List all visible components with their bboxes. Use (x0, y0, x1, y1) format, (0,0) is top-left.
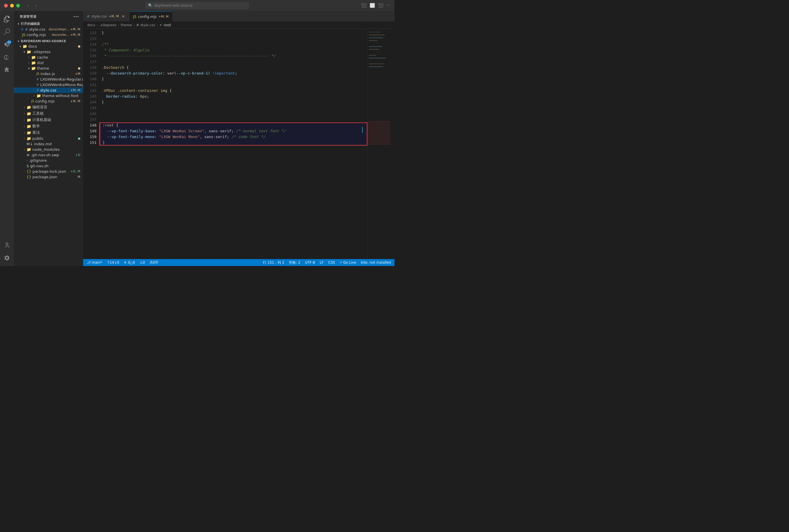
folder-name: 数学 (32, 124, 40, 129)
language-text: CSS (328, 261, 335, 265)
minimize-button[interactable] (10, 4, 14, 7)
folder-docs[interactable]: ▾ 📁 docs (14, 44, 83, 49)
close-icon[interactable]: ✕ (21, 27, 24, 32)
maximize-button[interactable] (16, 4, 20, 7)
folder-icon: 📁 (31, 61, 36, 65)
status-kite[interactable]: kite: not installed (361, 261, 391, 265)
chevron-icon: ▾ (16, 40, 21, 43)
file-badge: ↓M (75, 72, 83, 76)
status-encoding[interactable]: UTF-8 (305, 261, 315, 265)
status-sync[interactable]: ↑14↓0 (107, 261, 119, 265)
file-name: .gitignore (29, 158, 47, 163)
layout-icon[interactable]: ⬛ (361, 3, 367, 8)
folder-cache[interactable]: › 📁 cache (14, 55, 83, 60)
status-language[interactable]: CSS (328, 261, 335, 265)
code-line-144: } (99, 99, 367, 105)
section-open-editors[interactable]: ▾ 打开的编辑器 (14, 21, 83, 26)
chevron-icon: ▾ (16, 22, 21, 25)
encoding-text: UTF-8 (305, 261, 315, 265)
file-name: LXGWWenKai-Regular.css (40, 77, 83, 81)
breadcrumb-root[interactable]: ⚡ :root (159, 23, 171, 27)
tab-config-mjs[interactable]: JS config.mjs +M, M (130, 11, 172, 21)
file-package-lock[interactable]: {} package-lock.json +D, M (14, 169, 83, 174)
open-file-config-mjs[interactable]: JS config.mjs docs/vite... +M, M (14, 32, 83, 38)
folder-theme-without-font[interactable]: › 📁 theme-without-font (14, 93, 83, 98)
breadcrumb-vitepress[interactable]: .vitepress (100, 23, 117, 27)
back-button[interactable]: ‹ (24, 3, 31, 8)
chevron-icon: › (22, 112, 26, 115)
folder-vitepress[interactable]: ▾ 📁 .vitepress (14, 49, 83, 55)
activity-explorer[interactable] (1, 13, 13, 25)
editor-content[interactable]: 132 133 134 135 136 137 138 139 140 141 … (83, 29, 394, 259)
folder-icon: 📁 (22, 44, 27, 49)
right-scrollbar[interactable] (390, 29, 394, 259)
status-branch[interactable]: ⎇ main* (86, 261, 102, 265)
code-line-148: :root { (99, 122, 367, 128)
folder-name: docs (28, 44, 37, 49)
tab-label: config.mjs (138, 15, 156, 19)
code-line-141 (99, 82, 367, 88)
tab-style-css[interactable]: # style.css +M, M ✕ (83, 11, 130, 21)
status-spaces[interactable]: 空格: 2 (289, 260, 300, 265)
folder-cs-basics[interactable]: › 📁 计算机基础 (14, 117, 83, 123)
file-lxgw-regular[interactable]: # LXGWWenKai-Regular.css +D (14, 77, 83, 82)
section-project[interactable]: ▾ DAYDREAM-WIKI-SOURCE (14, 39, 83, 44)
command-palette[interactable]: 🔍 daydream-wiki-source (145, 2, 249, 9)
code-line-136: * --------------------------------------… (99, 53, 367, 59)
forward-button[interactable]: › (33, 3, 39, 8)
status-errors[interactable]: ✕ 0△0 (124, 261, 135, 265)
sidebar-more-icon[interactable]: ··· (73, 14, 79, 19)
file-package-json[interactable]: {} package.json M (14, 174, 83, 179)
activity-settings[interactable] (1, 252, 13, 264)
activity-search[interactable] (1, 26, 13, 38)
file-index-js[interactable]: JS index.js ↓M (14, 71, 83, 77)
folder-name: theme (37, 66, 49, 71)
chevron-icon: ▾ (26, 67, 31, 70)
file-git-nav-sh[interactable]: $ git-nav.sh (14, 163, 83, 169)
file-config-mjs[interactable]: JS config.mjs ↓M, M (14, 98, 83, 104)
open-file-style-css[interactable]: ✕ # style.css docs/vitepr... +M, M (14, 26, 83, 32)
folder-name: 计算机基础 (32, 117, 51, 122)
status-line-col[interactable]: 行 151，列 2 (263, 260, 284, 265)
more-icon[interactable]: ··· (386, 3, 390, 8)
code-editor[interactable]: } /** * Component: Algolia * -----------… (99, 29, 367, 259)
close-button[interactable] (4, 4, 8, 7)
folder-tools[interactable]: › 📁 工具箱 (14, 110, 83, 117)
breadcrumb-theme[interactable]: theme (121, 23, 132, 27)
js-file-icon: JS (22, 33, 25, 37)
chevron-icon: › (26, 61, 31, 64)
css-icon: # (36, 77, 39, 81)
file-icon: · (26, 158, 28, 163)
folder-algorithms[interactable]: › 📁 算法 (14, 129, 83, 136)
file-index-md[interactable]: M↓ index.md (14, 141, 83, 147)
chevron-icon: › (22, 137, 26, 140)
file-lxgw-mono[interactable]: # LXGWWenKaiMono-Reg... +D (14, 82, 83, 88)
folder-node-modules[interactable]: › 📁 node_modules (14, 147, 83, 152)
panel-icon[interactable]: ⬛ (378, 3, 384, 8)
breadcrumb-docs[interactable]: docs (87, 23, 95, 27)
file-style-css[interactable]: # style.css +M, M (14, 88, 83, 93)
svg-rect-8 (369, 58, 386, 58)
status-warnings[interactable]: ⚠0 (139, 261, 145, 265)
folder-name: public (32, 136, 44, 141)
chevron-icon: › (26, 56, 31, 59)
activity-run[interactable] (1, 52, 13, 63)
folder-programming[interactable]: › 📁 编程语言 (14, 104, 83, 110)
split-icon[interactable]: ⬜ (370, 3, 375, 8)
folder-dist[interactable]: › 📁 dist (14, 60, 83, 65)
file-name: .git-nav.sh.swp (31, 153, 59, 157)
json-icon: {} (26, 175, 32, 179)
file-git-nav-swp[interactable]: ≡ .git-nav.sh.swp ↓D (14, 152, 83, 158)
breadcrumb-style-css[interactable]: # style.css (136, 23, 155, 27)
file-gitignore[interactable]: · .gitignore (14, 158, 83, 163)
activity-extensions[interactable] (1, 64, 13, 76)
folder-math[interactable]: › 📁 数学 (14, 123, 83, 129)
folder-public[interactable]: › 📁 public (14, 136, 83, 141)
activity-git[interactable]: 10 (1, 39, 13, 50)
status-line-ending[interactable]: LF (320, 261, 324, 265)
status-go-live[interactable]: ⚡ Go Live (340, 261, 356, 265)
tab-close-button[interactable]: ✕ (121, 14, 126, 19)
added-indicator (78, 137, 80, 140)
activity-account[interactable] (1, 240, 13, 251)
folder-theme[interactable]: ▾ 📁 theme (14, 65, 83, 71)
